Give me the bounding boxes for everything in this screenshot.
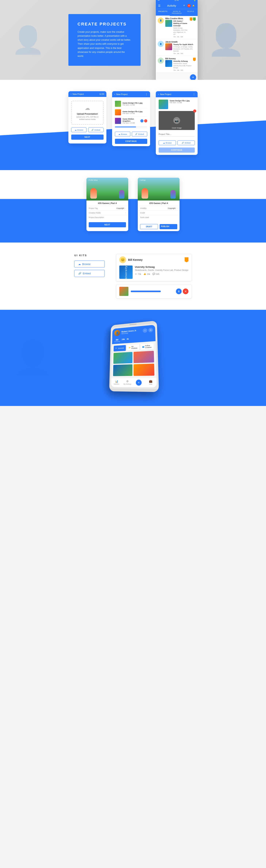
file-item-1: Game Design File 1.jpg File Size: 3.4 MB (115, 100, 147, 108)
message-icon[interactable]: ✉ (187, 4, 191, 7)
upload-progress-card: ⏸ ✕ (116, 284, 192, 299)
screen-cover: ‹ New Project ⋮ Game Design File 1.jpg F… (156, 91, 198, 155)
ps-nav-portfolio[interactable]: 📁 My Portfolio (127, 344, 139, 351)
project-title-input[interactable] (159, 132, 195, 137)
cancel-icon[interactable]: ✕ (144, 119, 147, 122)
file-size-2: File Size: 3.9 MB (123, 113, 147, 115)
uikit-browse-button[interactable]: ☁ Browse (74, 260, 105, 268)
file-item-3: Game Motion Graphics File Size: 8.3 MB ⏸… (115, 117, 147, 129)
settings-row: ‹ Profile Setup iOS Games | Part 4 Proje… (0, 178, 266, 231)
portfolio-icon: 📁 (129, 347, 131, 348)
ps-footer-jobs[interactable]: 💼 Jobs (144, 379, 157, 386)
ps-stat-label-following: Following (114, 341, 120, 343)
ps-footer-statistics[interactable]: 📊 Statistics (111, 380, 122, 385)
notification-icon[interactable]: 🔔 (192, 4, 195, 7)
stat-views: 73k (173, 36, 176, 38)
user-name-jakub: Jakub Antalík (165, 41, 196, 43)
ps-grid-item-4[interactable] (134, 364, 155, 376)
hero-phone-mockup: ▪▪▪ 12:30 🔋 ☰ Activity 🔍 ✉ 🔔 PROJECTS WO… (156, 0, 198, 80)
hero-section: 👤 👤 CREATE PROJECTS Create your projects… (0, 0, 266, 80)
game-char-1 (90, 188, 97, 198)
continue-button-3[interactable]: CONTINUE (159, 148, 195, 153)
profile-card-header: 😊 Bill Kenney (116, 254, 192, 266)
ps-stat-3: 4k (127, 338, 129, 342)
file-info-3: Game Motion Graphics File Size: 8.3 MB (123, 118, 139, 124)
stat-comments-profile: 💬 345 (153, 273, 159, 275)
browse-button-2[interactable]: ☁ Browse (115, 132, 130, 136)
settings-field-tag: Project Tag Copyright › (87, 206, 128, 211)
screen-cover-header: ‹ New Project ⋮ (156, 91, 198, 97)
stat-views-value: 73k (138, 273, 141, 275)
embed-button-2[interactable]: 🔗 Embed (132, 132, 147, 136)
ps-grid-item-2[interactable] (134, 351, 154, 363)
progress-bar-fill (115, 127, 136, 127)
back-icon-2[interactable]: ‹ (114, 93, 115, 96)
file-thumb-3 (115, 118, 121, 124)
cancel-upload-button[interactable]: ✕ (183, 288, 189, 294)
ps-footer-fab[interactable]: + (133, 379, 144, 385)
settings-field-creative: Creative Fields › (87, 211, 128, 215)
browse-button[interactable]: ☁ Browse (71, 127, 87, 132)
embed-button-3[interactable]: 🔗 Embed (177, 141, 195, 145)
game-screenshot-2: ‹ Settings (138, 178, 179, 200)
ps-grid-item-3[interactable] (113, 364, 132, 376)
ps-message-icon[interactable]: ✉ (148, 328, 153, 333)
activity-item: 👤 Mike Creative Mints iOS Game / Making … (156, 16, 198, 39)
uikit-embed-button[interactable]: 🔗 Embed (74, 270, 105, 277)
search-icon[interactable]: 🔍 (183, 4, 186, 7)
publish-button[interactable]: PUBLISH (160, 224, 177, 229)
profile-stats: 👁 73k 👍 24k 💬 345 (135, 273, 189, 275)
back-icon-3[interactable]: ‹ (158, 93, 159, 96)
ps-footer-nav: 📊 Statistics ⚙ My Settings + 💼 Jobs (111, 378, 157, 388)
status-time: 12:30 (174, 0, 179, 1)
phone-bottom-section: 👤 👤 👤 Robert Jones Jr. @rjonesjr (0, 310, 266, 406)
badge-orange-bill (193, 58, 196, 61)
ps-nav-follow[interactable]: 👥 Follow Creative (140, 343, 154, 350)
next-button[interactable]: NEXT (71, 134, 104, 140)
pause-upload-button[interactable]: ⏸ (176, 288, 181, 294)
project-title: Uversity Schwag (173, 60, 192, 62)
project-tags: Game Design, Illustration, iOS, Fine art… (173, 27, 188, 35)
status-battery: 🔋 (194, 0, 196, 1)
add-icon: + (136, 379, 142, 385)
project-info: Toasty for Apple Watch UI Design, UI des… (173, 43, 196, 54)
next-button-settings[interactable]: NEXT (89, 222, 126, 227)
upload-progress-bar (131, 290, 161, 292)
settings-card-1: ‹ Profile Setup iOS Games | Part 4 Proje… (87, 178, 128, 231)
upload-area[interactable]: ☁ Upload Presentation! Upload your JPG, … (71, 101, 104, 125)
tab-people[interactable]: PEOPLE (184, 9, 198, 16)
ps-avatar: 👤 (114, 330, 120, 336)
file-thumb-1 (115, 101, 121, 107)
stat-likes-profile: 👍 24k (143, 273, 150, 275)
cover-image-area[interactable]: 📷 − Cover Image (159, 111, 195, 130)
game-char-4 (170, 190, 176, 198)
continue-button-2[interactable]: CONTINUE (115, 139, 147, 144)
pause-icon[interactable]: ⏸ (140, 119, 143, 122)
game-screenshot-1: ‹ Profile Setup (87, 178, 128, 200)
fab-add-button[interactable]: + (190, 74, 196, 80)
browse-button-3[interactable]: ☁ Browse (159, 141, 176, 145)
screen-title-3: New Project (160, 93, 171, 95)
tab-work-in-progress[interactable]: WORK IN PROGRESS (170, 9, 184, 16)
tab-projects[interactable]: PROJECTS (156, 9, 170, 16)
cover-and-file: Game Design File 1.jpg File Size: 3.4 MB (159, 100, 195, 109)
browse-icon: ☁ (75, 129, 76, 131)
ps-nav-discover[interactable]: 🔍 Discover (113, 345, 126, 351)
screen-filelist-header: ‹ New Project ⋮ (112, 91, 150, 97)
back-icon[interactable]: ‹ (71, 93, 71, 95)
menu-dots-icon-3[interactable]: ⋮ (193, 93, 195, 96)
remove-cover-icon[interactable]: − (193, 110, 196, 113)
ps-footer-settings[interactable]: ⚙ My Settings (122, 379, 133, 385)
embed-button[interactable]: 🔗 Embed (88, 127, 104, 132)
file-name-2: Game Design File 2.jpg (123, 111, 147, 113)
menu-dots-icon[interactable]: ⋮ (145, 93, 148, 96)
field-label-creative: Creative Fields (89, 212, 124, 214)
ps-follow-icon[interactable]: + (143, 328, 147, 333)
ps-grid-item-1[interactable] (113, 352, 133, 364)
field-label-tools: Tools Used (140, 216, 177, 218)
draft-button[interactable]: DRAFT (140, 224, 158, 229)
project-info: iOS Game / Making of Game Concept Game D… (173, 20, 188, 38)
settings-field-credit: Credit (138, 211, 179, 215)
field-value-tag: Copyright (117, 207, 124, 209)
progress-bar-wrap (115, 127, 147, 127)
